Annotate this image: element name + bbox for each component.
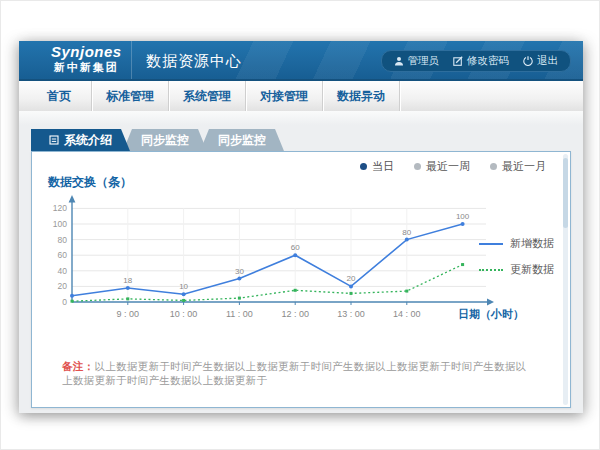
- app-window: Synjones 新中新集团 数据资源中心 管理员 修改密码 退出 首页 标准管…: [19, 41, 583, 413]
- radio-last-week[interactable]: 最近一周: [414, 159, 470, 174]
- footnote-text: 以上数据更新于时间产生数据以上数据更新于时间产生数据以上数据更新于时间产生数据以…: [62, 360, 526, 386]
- radio-dot[interactable]: [414, 163, 421, 170]
- legend-label: 更新数据: [510, 262, 554, 277]
- series-legend: 新增数据 更新数据: [479, 236, 554, 277]
- tab-system-intro[interactable]: 系统介绍: [31, 129, 130, 151]
- radio-today[interactable]: 当日: [360, 159, 394, 174]
- tab-label: 系统介绍: [64, 129, 112, 151]
- nav-item-data-change[interactable]: 数据异动: [323, 81, 400, 111]
- nav-item-system-mgmt[interactable]: 系统管理: [169, 81, 246, 111]
- legend-item-new-data[interactable]: 新增数据: [479, 236, 554, 251]
- radio-last-month[interactable]: 最近一月: [490, 159, 546, 174]
- tab-sync-monitor-1[interactable]: 同步监控: [123, 129, 207, 151]
- logout-label: 退出: [537, 54, 558, 68]
- svg-text:0: 0: [62, 297, 67, 307]
- svg-text:18: 18: [123, 276, 132, 285]
- svg-text:60: 60: [58, 250, 68, 260]
- user-toolbar: 管理员 修改密码 退出: [381, 50, 572, 72]
- user-icon: [394, 56, 404, 66]
- footnote-label: 备注：: [62, 360, 94, 372]
- tab-label: 同步监控: [141, 129, 189, 151]
- tab-bar: 系统介绍 同步监控 同步监控: [31, 129, 284, 151]
- svg-text:14 : 00: 14 : 00: [393, 309, 421, 319]
- svg-text:100: 100: [456, 212, 470, 221]
- nav-item-interface-mgmt[interactable]: 对接管理: [246, 81, 323, 111]
- svg-text:40: 40: [58, 266, 68, 276]
- chart-panel: 当日 最近一周 最近一月 数据交换（条） 0204060801001209 : …: [31, 151, 571, 408]
- logo-company: 新中新集团: [51, 62, 122, 73]
- svg-text:9 : 00: 9 : 00: [117, 309, 140, 319]
- svg-text:120: 120: [53, 203, 67, 213]
- logout-button[interactable]: 退出: [523, 54, 558, 68]
- content-area: 系统介绍 同步监控 同步监控 当日 最近一周: [19, 111, 583, 413]
- change-password-button[interactable]: 修改密码: [453, 54, 509, 68]
- page-title: 数据资源中心: [131, 41, 242, 79]
- radio-dot[interactable]: [490, 163, 497, 170]
- svg-text:13 : 00: 13 : 00: [337, 309, 365, 319]
- line-chart: 0204060801001209 : 0010 : 0011 : 0012 : …: [44, 190, 534, 340]
- document-icon: [49, 135, 59, 145]
- svg-text:10 : 00: 10 : 00: [170, 309, 198, 319]
- main-nav: 首页 标准管理 系统管理 对接管理 数据异动: [19, 81, 583, 112]
- footnote: 备注：以上数据更新于时间产生数据以上数据更新于时间产生数据以上数据更新于时间产生…: [62, 360, 530, 388]
- current-user-label: 管理员: [408, 54, 440, 68]
- legend-label: 新增数据: [510, 236, 554, 251]
- tab-label: 同步监控: [218, 129, 266, 151]
- svg-text:60: 60: [291, 243, 300, 252]
- nav-item-home[interactable]: 首页: [27, 81, 92, 111]
- radio-label: 当日: [372, 159, 394, 174]
- current-user[interactable]: 管理员: [394, 54, 440, 68]
- radio-label: 最近一周: [426, 159, 470, 174]
- nav-item-standard-mgmt[interactable]: 标准管理: [92, 81, 169, 111]
- scrollbar-thumb[interactable]: [563, 158, 568, 228]
- svg-text:100: 100: [53, 219, 67, 229]
- panel-scrollbar[interactable]: [563, 154, 568, 405]
- change-password-label: 修改密码: [467, 54, 509, 68]
- svg-text:10: 10: [179, 282, 188, 291]
- svg-text:日期（小时）: 日期（小时）: [458, 308, 524, 321]
- svg-text:80: 80: [58, 235, 68, 245]
- radio-label: 最近一月: [502, 159, 546, 174]
- svg-text:80: 80: [402, 228, 411, 237]
- svg-text:30: 30: [235, 267, 244, 276]
- legend-item-updated-data[interactable]: 更新数据: [479, 262, 554, 277]
- time-range-filter: 当日 最近一周 最近一月: [360, 159, 546, 174]
- svg-text:20: 20: [58, 281, 68, 291]
- green-dotted-swatch: [479, 269, 503, 271]
- radio-dot-selected[interactable]: [360, 163, 367, 170]
- power-icon: [523, 56, 533, 66]
- blue-line-swatch: [479, 243, 503, 245]
- logo: Synjones 新中新集团: [51, 44, 122, 73]
- y-axis-title: 数据交换（条）: [48, 174, 132, 191]
- svg-text:12 : 00: 12 : 00: [281, 309, 309, 319]
- tab-sync-monitor-2[interactable]: 同步监控: [200, 129, 284, 151]
- edit-icon: [453, 56, 463, 66]
- svg-text:20: 20: [347, 274, 356, 283]
- logo-brand: Synjones: [51, 44, 122, 59]
- svg-text:11 : 00: 11 : 00: [226, 309, 253, 319]
- header: Synjones 新中新集团 数据资源中心 管理员 修改密码 退出: [19, 41, 583, 81]
